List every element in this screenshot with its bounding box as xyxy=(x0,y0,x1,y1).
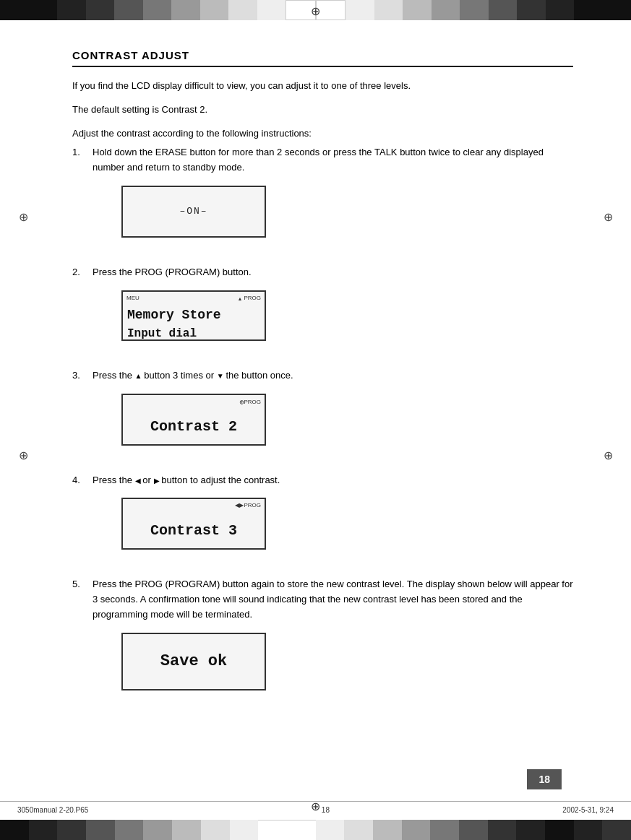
bstrip-seg-1 xyxy=(0,820,29,840)
bstrip-seg-10 xyxy=(258,820,287,840)
bstrip-seg-8 xyxy=(201,820,230,840)
step-3-content: Press the button 3 times or the button o… xyxy=(93,368,573,456)
intro-text-3: Adjust the contrast according to the fol… xyxy=(72,126,573,142)
intro-text-1: If you find the LCD display difficult to… xyxy=(72,79,573,94)
step-5-number: 5. xyxy=(72,577,93,592)
step-3-text-part2: button 3 times or xyxy=(144,370,214,381)
step-1-number: 1. xyxy=(72,145,93,160)
left-crosshair-2: ⊕ xyxy=(16,448,30,462)
lcd-contrast2-body: Contrast 2 xyxy=(123,409,265,444)
bstrip-seg-22 xyxy=(602,820,631,840)
lcd-line1: Memory Store xyxy=(127,305,260,326)
strip-seg-13 xyxy=(345,0,374,20)
lcd-display-contrast2: ⊕ PROG Contrast 2 xyxy=(121,394,266,446)
lcd-prog-label: ▲ PROG xyxy=(238,294,262,303)
lcd-saveok-body: Save ok xyxy=(123,634,265,689)
step-4-text-part3: button to adjust the contrast. xyxy=(161,475,280,485)
page-number-box: 18 xyxy=(527,769,562,789)
lcd-contrast3-prog: ▶PROG xyxy=(239,501,261,511)
step-5: 5. Press the PROG (PROGRAM) button again… xyxy=(72,577,573,700)
page-content: CONTRAST ADJUST If you find the LCD disp… xyxy=(72,49,573,701)
arrow-up-icon xyxy=(135,372,145,380)
lcd-display-contrast3: ◀ ▶PROG Contrast 3 xyxy=(121,498,266,550)
strip-seg-18 xyxy=(489,0,518,20)
strip-seg-2 xyxy=(29,0,58,20)
step-2: 2. Press the PROG (PROGRAM) button. MEU … xyxy=(72,265,573,351)
arrow-left-icon xyxy=(135,477,143,485)
strip-seg-8 xyxy=(200,0,229,20)
strip-seg-4 xyxy=(86,0,115,20)
section-title: CONTRAST ADJUST xyxy=(72,49,573,67)
bstrip-seg-11 xyxy=(287,820,316,840)
prog-arrow-up: ▲ xyxy=(238,295,243,303)
bottom-crosshair-icon: ⊕ xyxy=(308,798,324,814)
bstrip-seg-5 xyxy=(115,820,144,840)
bstrip-seg-18 xyxy=(488,820,517,840)
strip-seg-5 xyxy=(114,0,143,20)
lcd-menu-header: MEU ▲ PROG xyxy=(123,292,265,303)
bstrip-seg-14 xyxy=(373,820,402,840)
lcd-line2: Input dial xyxy=(127,325,260,340)
right-crosshair-2: ⊕ xyxy=(601,448,615,462)
bstrip-seg-21 xyxy=(574,820,603,840)
step-2-content: Press the PROG (PROGRAM) button. MEU ▲ P… xyxy=(93,265,573,351)
bstrip-seg-13 xyxy=(344,820,373,840)
step-1-content: Hold down the ERASE button for more than… xyxy=(93,145,573,248)
color-strip-bottom xyxy=(0,820,631,840)
strip-seg-20 xyxy=(546,0,575,20)
strip-seg-14 xyxy=(374,0,403,20)
footer-right: 2002-5-31, 9:24 xyxy=(562,806,614,814)
strip-seg-15 xyxy=(403,0,432,20)
lcd-menu-body: Memory Store Input dial xyxy=(123,303,265,341)
lcd-contrast2-header: ⊕ PROG xyxy=(123,395,265,409)
bstrip-seg-7 xyxy=(172,820,201,840)
lcd-contrast3-body: Contrast 3 xyxy=(123,511,265,548)
lcd-saveok-text: Save ok xyxy=(160,649,227,674)
lcd-menu-label: MEU xyxy=(126,294,139,303)
lcd-display-saveok: Save ok xyxy=(121,633,266,690)
step-5-text: Press the PROG (PROGRAM) button again to… xyxy=(93,579,573,620)
step-3-text-part3: the button once. xyxy=(226,370,293,381)
strip-seg-22 xyxy=(603,0,632,20)
strip-seg-19 xyxy=(517,0,546,20)
strip-seg-9 xyxy=(228,0,257,20)
strip-seg-3 xyxy=(57,0,86,20)
strip-seg-10 xyxy=(257,0,286,20)
step-2-number: 2. xyxy=(72,265,93,280)
lcd-display-on: –ON– xyxy=(121,186,266,238)
lcd-on-text: –ON– xyxy=(179,204,207,220)
bstrip-seg-2 xyxy=(29,820,58,840)
arrow-down-icon xyxy=(217,372,226,380)
arrow-right-icon xyxy=(154,477,162,485)
bstrip-seg-15 xyxy=(402,820,431,840)
step-3-number: 3. xyxy=(72,368,93,384)
instructions-list: 1. Hold down the ERASE button for more t… xyxy=(72,145,573,700)
step-4-text-part1: Press the xyxy=(93,475,132,485)
bstrip-seg-6 xyxy=(143,820,172,840)
left-crosshair-1: ⊕ xyxy=(16,209,30,224)
step-3-text-part1: Press the xyxy=(93,370,132,381)
top-crosshair-icon: ⊕ xyxy=(308,3,324,19)
lcd-contrast2-text: Contrast 2 xyxy=(150,415,237,438)
bstrip-seg-12 xyxy=(316,820,345,840)
step-3: 3. Press the button 3 times or the butto… xyxy=(72,368,573,456)
step-1-text: Hold down the ERASE button for more than… xyxy=(93,147,544,173)
strip-seg-21 xyxy=(574,0,603,20)
bstrip-seg-4 xyxy=(86,820,115,840)
step-4-text-part2: or xyxy=(142,475,151,485)
right-crosshair-1: ⊕ xyxy=(601,209,615,224)
bstrip-seg-16 xyxy=(430,820,459,840)
strip-seg-6 xyxy=(143,0,172,20)
bstrip-seg-19 xyxy=(516,820,545,840)
lcd-display-menu: MEU ▲ PROG Memory Store Input dial xyxy=(121,290,266,341)
step-4-content: Press the or button to adjust the contra… xyxy=(93,473,573,560)
lcd-contrast2-prog: PROG xyxy=(244,397,261,409)
lcd-contrast3-header: ◀ ▶PROG xyxy=(123,499,265,511)
step-2-text: Press the PROG (PROGRAM) button. xyxy=(93,267,252,277)
bstrip-seg-17 xyxy=(459,820,488,840)
lcd-contrast3-text: Contrast 3 xyxy=(150,519,237,542)
step-4-number: 4. xyxy=(72,473,93,488)
bstrip-seg-3 xyxy=(57,820,86,840)
footer-left: 3050manual 2-20.P65 xyxy=(17,806,88,814)
bstrip-seg-20 xyxy=(545,820,574,840)
